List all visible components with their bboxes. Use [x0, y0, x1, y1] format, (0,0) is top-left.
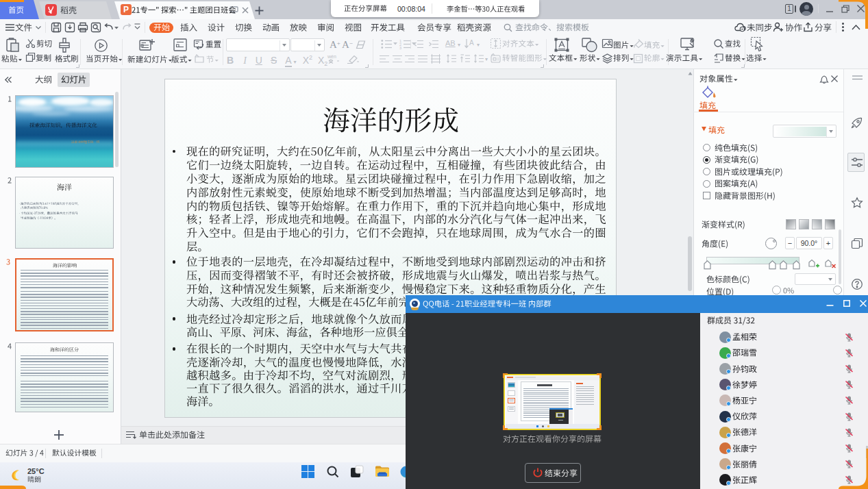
- svg-text:wén: wén: [327, 54, 336, 59]
- svg-text:3: 3: [399, 46, 401, 50]
- svg-text:A: A: [469, 39, 474, 47]
